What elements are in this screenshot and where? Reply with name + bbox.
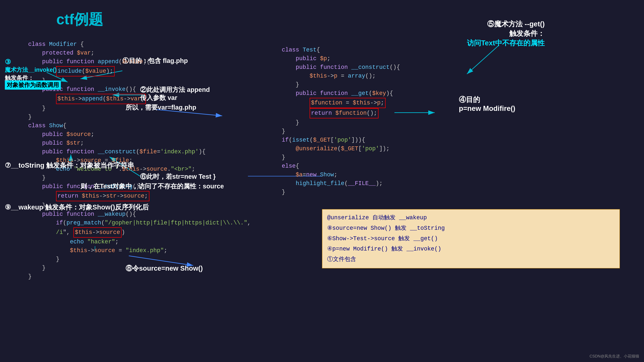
right-code-block: class Test{ public $p; public function _… [282,37,400,197]
annotation-circle8: ⑧令source=new Show() [126,264,203,273]
annotation-circle2: ②此处调用方法 append [140,85,210,94]
annotation-circle7: ⑦__toString 触发条件：对象被当作字符串 [5,161,134,170]
summary-box: @unserialize 自动触发 __wakeup ⑧source=new S… [322,209,620,268]
svg-line-6 [467,45,499,74]
left-code-block: class Modifier { protected $var; public … [28,31,251,281]
annotation-circle3: ③ [5,58,11,66]
annotation-circle5: ⑤魔术方法 --get() 触发条件： 访问Text中不存在的属性 [467,19,545,48]
annotation-circle9: ⑨__wakeup 触发条件：对象Show()反序列化后 [5,203,149,212]
summary-line1: @unserialize 自动触发 __wakeup [327,213,615,223]
annotation-trigger-invoke-desc: 对象被作为函数调用 [5,80,61,90]
annotation-magic-invoke: 魔术方法__invoke() [5,66,57,74]
annotation-circle2c: 所以，需要var=flag.php [126,103,196,112]
annotation-circle4: ④目的 p=new Modifire() [459,95,515,112]
page-title: ctf例题 [56,10,103,29]
summary-line5: ①文件包含 [327,254,615,265]
summary-line3: ⑥Show->Test->source 触发 __get() [327,234,615,244]
summary-line2: ⑧source=new Show() 触发 __toString [327,223,615,234]
annotation-circle6: ⑥此时，若str=new Test } [140,172,216,181]
annotation-circle1: ①目的：包含 flag.php [122,56,188,65]
annotation-circle6b: 则，在Test对象中，访问了不存在的属性：source [80,182,224,191]
annotation-circle2b: 传入参数 var [140,93,177,102]
footer: CSDN@风先生进、小花猫猫 [590,354,639,359]
summary-line4: ④p=new Modifire() 触发 __invoke() [327,244,615,254]
